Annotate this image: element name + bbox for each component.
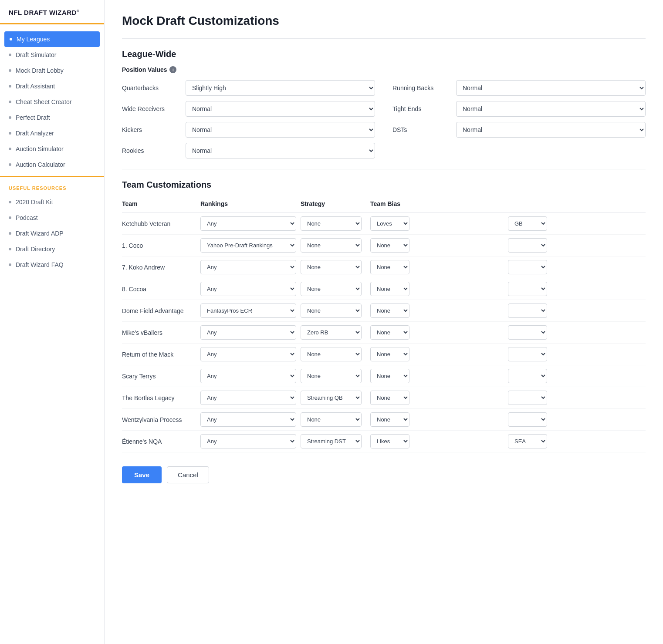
position-row-rookies: RookiesVery LowLowSlightly LowNormalSlig… [122,143,375,158]
bias-pos-select[interactable]: GBSEAKCDALNESFLARBALMINPHITBBUFARICLE [508,282,547,296]
table-row: Mike's vBallersAnyYahoo Pre-Draft Rankin… [122,322,646,344]
sidebar-item-draft-simulator[interactable]: Draft Simulator [0,47,104,63]
position-select-dsts[interactable]: Very LowLowSlightly LowNormalSlightly Hi… [456,122,646,138]
sidebar-item-auction-calculator[interactable]: Auction Calculator [0,157,104,172]
rankings-cell: AnyYahoo Pre-Draft RankingsFantasyPros E… [200,344,301,365]
strategy-select[interactable]: NoneZero RBHero RBZero WRStreaming QBStr… [301,347,362,361]
bias-pos-select[interactable]: GBSEAKCDALNESFLARBALMINPHITBBUFARICLE [508,216,547,231]
strategy-select[interactable]: NoneZero RBHero RBZero WRStreaming QBStr… [301,434,362,448]
strategy-select[interactable]: NoneZero RBHero RBZero WRStreaming QBStr… [301,325,362,340]
bias-pos-select[interactable]: GBSEAKCDALNESFLARBALMINPHITBBUFARICLE [508,260,547,274]
bias-pos-select[interactable]: GBSEAKCDALNESFLARBALMINPHITBBUFARICLE [508,369,547,383]
strategy-cell: NoneZero RBHero RBZero WRStreaming QBStr… [301,431,370,452]
position-select-rookies[interactable]: Very LowLowSlightly LowNormalSlightly Hi… [186,143,375,158]
position-grid: QuarterbacksVery LowLowSlightly LowNorma… [122,80,646,158]
sidebar-item-draft-analyzer[interactable]: Draft Analyzer [0,125,104,141]
bias-pos-select[interactable]: GBSEAKCDALNESFLARBALMINPHITBBUFARICLE [508,238,547,253]
bias-pos-select[interactable]: GBSEAKCDALNESFLARBALMINPHITBBUFARICLE [508,303,547,318]
bias-pos-cell: GBSEAKCDALNESFLARBALMINPHITBBUFARICLE [508,365,646,387]
table-row: Ketchubb VeteranAnyYahoo Pre-Draft Ranki… [122,213,646,235]
strategy-select[interactable]: NoneZero RBHero RBZero WRStreaming QBStr… [301,216,362,231]
strategy-select[interactable]: NoneZero RBHero RBZero WRStreaming QBStr… [301,412,362,427]
nav-dot [9,69,11,72]
resource-item-draft-directory[interactable]: Draft Directory [0,241,104,257]
strategy-cell: NoneZero RBHero RBZero WRStreaming QBStr… [301,300,370,322]
team-customizations-title: Team Customizations [122,180,646,190]
sidebar-item-my-leagues[interactable]: My Leagues [4,31,100,47]
strategy-select[interactable]: NoneZero RBHero RBZero WRStreaming QBStr… [301,303,362,318]
strategy-select[interactable]: NoneZero RBHero RBZero WRStreaming QBStr… [301,238,362,253]
position-select-tight-ends[interactable]: Very LowLowSlightly LowNormalSlightly Hi… [456,101,646,117]
position-label: Quarterbacks [122,84,179,91]
rankings-select[interactable]: AnyYahoo Pre-Draft RankingsFantasyPros E… [200,216,296,231]
rankings-select[interactable]: AnyYahoo Pre-Draft RankingsFantasyPros E… [200,282,296,296]
info-icon[interactable]: i [169,66,176,73]
nav-dot [9,116,11,119]
sidebar-item-label: Draft Simulator [16,51,56,58]
rankings-select[interactable]: AnyYahoo Pre-Draft RankingsFantasyPros E… [200,303,296,318]
bias-type-select[interactable]: NoneLovesLikesAvoids [370,325,409,340]
strategy-select[interactable]: NoneZero RBHero RBZero WRStreaming QBStr… [301,369,362,383]
nav-dot [9,132,11,135]
team-name: Return of the Mack [122,344,200,365]
position-row-tight-ends: Tight EndsVery LowLowSlightly LowNormalS… [392,101,646,117]
resource-item-podcast[interactable]: Podcast [0,210,104,226]
rankings-select[interactable]: AnyYahoo Pre-Draft RankingsFantasyPros E… [200,434,296,448]
bias-pos-select[interactable]: GBSEAKCDALNESFLARBALMINPHITBBUFARICLE [508,347,547,361]
bias-type-select[interactable]: NoneLovesLikesAvoids [370,260,409,274]
bias-type-select[interactable]: NoneLovesLikesAvoids [370,369,409,383]
bias-type-select[interactable]: NoneLovesLikesAvoids [370,216,409,231]
bias-pos-select[interactable]: GBSEAKCDALNESFLARBALMINPHITBBUFARICLE [508,391,547,405]
resource-item-draft-wizard-faq[interactable]: Draft Wizard FAQ [0,257,104,273]
bias-type-select[interactable]: NoneLovesLikesAvoids [370,391,409,405]
rankings-cell: AnyYahoo Pre-Draft RankingsFantasyPros E… [200,235,301,256]
sidebar-item-cheat-sheet-creator[interactable]: Cheat Sheet Creator [0,94,104,110]
rankings-select[interactable]: AnyYahoo Pre-Draft RankingsFantasyPros E… [200,347,296,361]
sidebar-item-mock-draft-lobby[interactable]: Mock Draft Lobby [0,63,104,78]
position-select-wide-receivers[interactable]: Very LowLowSlightly LowNormalSlightly Hi… [186,101,375,117]
resource-item-label: Draft Wizard ADP [16,230,64,237]
position-select-kickers[interactable]: Very LowLowSlightly LowNormalSlightly Hi… [186,122,375,138]
logo-text: NFL DRAFT WIZARD® [9,9,95,16]
strategy-select[interactable]: NoneZero RBHero RBZero WRStreaming QBStr… [301,391,362,405]
bias-type-select[interactable]: NoneLovesLikesAvoids [370,238,409,253]
rankings-select[interactable]: AnyYahoo Pre-Draft RankingsFantasyPros E… [200,412,296,427]
rankings-select[interactable]: AnyYahoo Pre-Draft RankingsFantasyPros E… [200,369,296,383]
sidebar-item-label: Cheat Sheet Creator [16,98,71,105]
bias-type-select[interactable]: NoneLovesLikesAvoids [370,412,409,427]
bias-type-select[interactable]: NoneLovesLikesAvoids [370,434,409,448]
rankings-select[interactable]: AnyYahoo Pre-Draft RankingsFantasyPros E… [200,260,296,274]
cancel-button[interactable]: Cancel [167,466,209,483]
save-button[interactable]: Save [122,466,162,483]
bias-pos-select[interactable]: GBSEAKCDALNESFLARBALMINPHITBBUFARICLE [508,412,547,427]
position-select-running-backs[interactable]: Very LowLowSlightly LowNormalSlightly Hi… [456,80,646,96]
league-wide-title: League-Wide [122,49,646,59]
strategy-select[interactable]: NoneZero RBHero RBZero WRStreaming QBStr… [301,260,362,274]
bias-pos-cell: GBSEAKCDALNESFLARBALMINPHITBBUFARICLE [508,431,646,452]
rankings-select[interactable]: AnyYahoo Pre-Draft RankingsFantasyPros E… [200,391,296,405]
sidebar-item-draft-assistant[interactable]: Draft Assistant [0,78,104,94]
resource-item-2020-draft-kit[interactable]: 2020 Draft Kit [0,194,104,210]
logo: NFL DRAFT WIZARD® [0,9,104,24]
position-select-quarterbacks[interactable]: Very LowLowSlightly LowNormalSlightly Hi… [186,80,375,96]
strategy-cell: NoneZero RBHero RBZero WRStreaming QBStr… [301,213,370,235]
position-label: DSTs [392,126,449,133]
bias-type-cell: NoneLovesLikesAvoids [370,409,508,431]
rankings-select[interactable]: AnyYahoo Pre-Draft RankingsFantasyPros E… [200,325,296,340]
resource-item-draft-wizard-adp[interactable]: Draft Wizard ADP [0,226,104,241]
strategy-select[interactable]: NoneZero RBHero RBZero WRStreaming QBStr… [301,282,362,296]
bias-type-cell: NoneLovesLikesAvoids [370,322,508,344]
sidebar-item-auction-simulator[interactable]: Auction Simulator [0,141,104,157]
sidebar: NFL DRAFT WIZARD® My LeaguesDraft Simula… [0,0,105,644]
table-row: Dome Field AdvantageAnyYahoo Pre-Draft R… [122,300,646,322]
bias-type-select[interactable]: NoneLovesLikesAvoids [370,347,409,361]
bias-pos-select[interactable]: GBSEAKCDALNESFLARBALMINPHITBBUFARICLE [508,434,547,448]
bias-type-select[interactable]: NoneLovesLikesAvoids [370,282,409,296]
bias-type-select[interactable]: NoneLovesLikesAvoids [370,303,409,318]
bias-pos-select[interactable]: GBSEAKCDALNESFLARBALMINPHITBBUFARICLE [508,325,547,340]
sidebar-item-perfect-draft[interactable]: Perfect Draft [0,110,104,125]
bias-pos-cell: GBSEAKCDALNESFLARBALMINPHITBBUFARICLE [508,387,646,409]
rankings-select[interactable]: AnyYahoo Pre-Draft RankingsFantasyPros E… [200,238,296,253]
bias-pos-cell: GBSEAKCDALNESFLARBALMINPHITBBUFARICLE [508,256,646,278]
sidebar-item-label: Draft Assistant [16,83,55,90]
